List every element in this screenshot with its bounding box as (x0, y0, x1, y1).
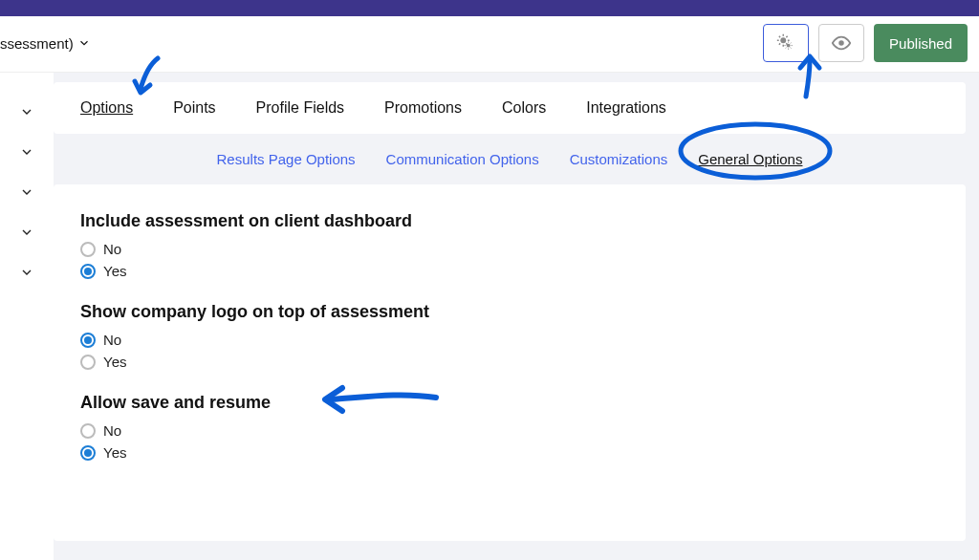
radio-icon (80, 445, 96, 461)
option-title: Show company logo on top of assessment (80, 302, 939, 322)
tab-promotions[interactable]: Promotions (384, 99, 462, 117)
radio-label: Yes (103, 263, 126, 279)
tab-profile-fields[interactable]: Profile Fields (256, 99, 344, 117)
radio-icon (80, 355, 96, 370)
chevron-down-icon (19, 184, 34, 200)
svg-point-0 (780, 37, 786, 43)
chevron-down-icon (19, 265, 34, 280)
primary-tabs: OptionsPointsProfile FieldsPromotionsCol… (54, 82, 966, 134)
brand-bar (0, 0, 979, 16)
sidebar-item-5[interactable] (0, 252, 54, 292)
top-bar: ssessment) Published (0, 16, 979, 73)
option-group: Include assessment on client dashboardNo… (80, 211, 939, 279)
subtab-customizations[interactable]: Customizations (570, 151, 668, 167)
radio-icon (80, 242, 96, 257)
subtab-communication-options[interactable]: Communication Options (386, 151, 539, 167)
sidebar-item-2[interactable] (0, 132, 54, 172)
svg-point-1 (787, 44, 791, 48)
chevron-down-icon (19, 144, 34, 160)
toolbar: Published (763, 24, 968, 62)
gear-icon (775, 32, 796, 54)
radio-label: No (103, 332, 121, 348)
radio-option[interactable]: No (80, 422, 939, 439)
tab-points[interactable]: Points (173, 99, 215, 117)
radio-icon (80, 423, 96, 439)
settings-button[interactable] (763, 24, 809, 62)
option-title: Include assessment on client dashboard (80, 211, 939, 231)
breadcrumb-label: ssessment) (0, 35, 74, 52)
radio-option[interactable]: No (80, 241, 939, 257)
secondary-tabs: Results Page OptionsCommunication Option… (54, 134, 966, 184)
published-button[interactable]: Published (874, 24, 968, 62)
radio-label: No (103, 241, 121, 257)
options-card: Include assessment on client dashboardNo… (54, 184, 966, 541)
subtab-general-options[interactable]: General Options (698, 151, 802, 167)
sidebar-item-3[interactable] (0, 172, 54, 212)
option-group: Allow save and resumeNoYes (80, 393, 939, 461)
main-panel: OptionsPointsProfile FieldsPromotionsCol… (54, 73, 979, 560)
radio-icon (80, 264, 96, 279)
sidebar-item-4[interactable] (0, 212, 54, 252)
radio-label: Yes (103, 354, 126, 370)
radio-option[interactable]: Yes (80, 354, 939, 370)
radio-option[interactable]: Yes (80, 444, 939, 461)
eye-icon (831, 32, 852, 54)
tab-integrations[interactable]: Integrations (586, 99, 666, 117)
radio-icon (80, 333, 96, 348)
svg-point-2 (838, 40, 844, 46)
radio-option[interactable]: Yes (80, 263, 939, 279)
chevron-down-icon (19, 225, 34, 240)
radio-option[interactable]: No (80, 332, 939, 348)
tab-options[interactable]: Options (80, 99, 133, 117)
option-group: Show company logo on top of assessmentNo… (80, 302, 939, 370)
tab-colors[interactable]: Colors (502, 99, 546, 117)
radio-label: No (103, 422, 121, 439)
radio-label: Yes (103, 444, 126, 461)
subtab-results-page-options[interactable]: Results Page Options (217, 151, 356, 167)
sidebar-item-1[interactable] (0, 92, 54, 132)
breadcrumb[interactable]: ssessment) (0, 35, 91, 52)
chevron-down-icon (19, 104, 34, 119)
chevron-down-icon (77, 36, 91, 50)
sidebar (0, 73, 54, 560)
preview-button[interactable] (818, 24, 864, 62)
option-title: Allow save and resume (80, 393, 939, 413)
